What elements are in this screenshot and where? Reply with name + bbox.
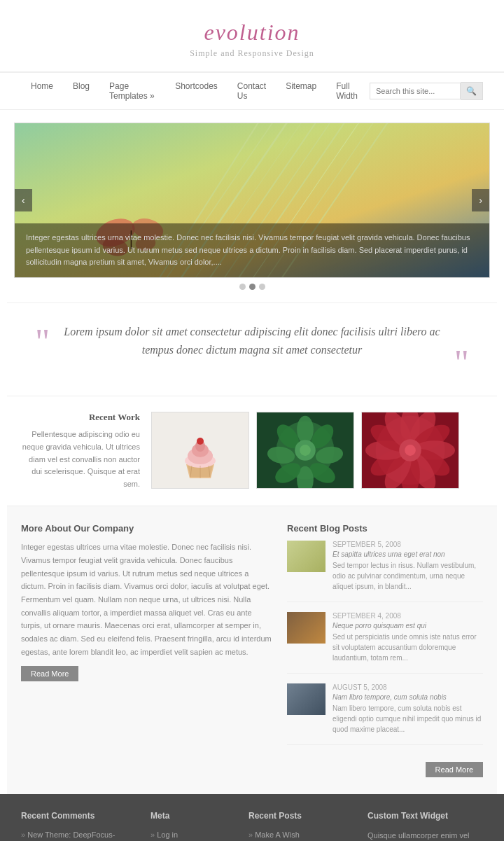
slider-next-button[interactable]: › xyxy=(472,189,489,211)
blog-post-3-title: Nam libro tempore, cum soluta nobis xyxy=(332,693,483,701)
blog-post-2-date: SEPTEMBER 4, 2008 xyxy=(332,612,483,620)
footer-recent-posts: Recent Posts Make A Wish The Morning Dew… xyxy=(248,811,354,841)
site-tagline: Simple and Responsive Design xyxy=(0,48,504,59)
blog-section: Recent Blog Posts SEPTEMBER 5, 2008 Et s… xyxy=(287,523,483,777)
blog-post-1-date: SEPTEMBER 5, 2008 xyxy=(332,541,483,548)
recent-work-text: Recent Work Pellentesque adipiscing odio… xyxy=(21,412,140,490)
quote-text: Lorem ipsum dolor sit amet consectetur a… xyxy=(54,323,450,359)
main-nav: Home Blog Page Templates » Shortcodes Co… xyxy=(0,72,504,110)
about-title: More About Our Company xyxy=(21,523,273,534)
blog-title: Recent Blog Posts xyxy=(287,523,483,534)
nav-item-sitemap[interactable]: Sitemap xyxy=(276,73,326,109)
recent-work-image-1[interactable] xyxy=(151,412,249,489)
nav-item-fullwidth[interactable]: Full Width xyxy=(326,73,370,109)
footer-recent-comments: Recent Comments New Theme: DeepFocus-Ele… xyxy=(21,811,136,841)
slider-dot-3[interactable] xyxy=(259,284,265,290)
footer-widget-title: Custom Text Widget xyxy=(368,811,483,821)
blog-post-2-title: Neque porro quisquam est qui xyxy=(332,622,483,630)
nav-item-templates[interactable]: Page Templates » xyxy=(99,73,165,109)
svg-point-54 xyxy=(405,445,416,457)
blog-post-2-content: SEPTEMBER 4, 2008 Neque porro quisquam e… xyxy=(332,612,483,663)
recent-work-section: Recent Work Pellentesque adipiscing odio… xyxy=(7,396,497,506)
slider-dots xyxy=(14,284,490,290)
quote-open-mark: " xyxy=(35,330,50,355)
search-input[interactable] xyxy=(370,83,461,99)
search-button[interactable]: 🔍 xyxy=(461,82,483,100)
blog-read-more-button[interactable]: Read More xyxy=(426,762,483,777)
slider-dot-2[interactable] xyxy=(249,284,255,290)
footer-widget-text: Quisque ullamcorper enim vel tellus rhon… xyxy=(368,829,483,841)
search-form: 🔍 xyxy=(370,82,483,100)
nav-item-contact[interactable]: Contact Us xyxy=(227,73,276,109)
svg-point-38 xyxy=(300,445,311,457)
recent-work-title: Recent Work xyxy=(21,412,140,423)
footer-comments-list: New Theme: DeepFocus-Elegant Themes Blog… xyxy=(21,829,136,841)
about-read-more-button[interactable]: Read More xyxy=(21,666,78,681)
nav-item-blog[interactable]: Blog xyxy=(63,73,99,109)
footer-meta-list: Log in Entries RSS Comments RSS WordPres… xyxy=(150,829,234,841)
blog-read-more-wrapper: Read More xyxy=(287,755,483,777)
footer-posts-title: Recent Posts xyxy=(248,811,354,821)
quote-section: " Lorem ipsum dolor sit amet consectetur… xyxy=(7,303,497,396)
two-column-section: More About Our Company Integer egestas u… xyxy=(7,506,497,794)
title-styled: olution xyxy=(227,20,300,45)
flower-art xyxy=(362,412,458,489)
blog-thumb-1 xyxy=(287,541,326,572)
slider-prev-button[interactable]: ‹ xyxy=(15,189,32,211)
footer-comments-title: Recent Comments xyxy=(21,811,136,821)
blog-post-3: AUGUST 5, 2008 Nam libro tempore, cum so… xyxy=(287,683,483,745)
footer-comment-1[interactable]: New Theme: DeepFocus-Elegant Themes Blog… xyxy=(21,829,136,841)
slider-dot-1[interactable] xyxy=(239,284,246,290)
blog-post-1-content: SEPTEMBER 5, 2008 Et sapitta ultrices ur… xyxy=(332,541,483,592)
nav-menu: Home Blog Page Templates » Shortcodes Co… xyxy=(21,73,370,109)
blog-post-3-date: AUGUST 5, 2008 xyxy=(332,683,483,691)
footer-meta: Meta Log in Entries RSS Comments RSS Wor… xyxy=(150,811,234,841)
blog-post-1: SEPTEMBER 5, 2008 Et sapitta ultrices ur… xyxy=(287,541,483,602)
svg-point-23 xyxy=(197,438,204,445)
footer-meta-login[interactable]: Log in xyxy=(150,829,234,841)
title-plain: ev xyxy=(204,20,226,45)
site-title: evolution xyxy=(0,20,504,46)
slider-section: Integer egestas ultrices urna vitae mole… xyxy=(7,123,497,290)
blog-post-1-snippet: Sed tempor lectus in risus. Nullam vesti… xyxy=(332,560,483,592)
svg-point-29 xyxy=(297,416,314,443)
blog-thumb-2 xyxy=(287,612,326,644)
footer-posts-list: Make A Wish The Morning Dew Purple Haze … xyxy=(248,829,354,841)
recent-work-description: Pellentesque adipiscing odio eu neque gr… xyxy=(21,429,140,490)
recent-work-image-3[interactable] xyxy=(361,412,459,489)
quote-close-mark: " xyxy=(454,351,469,376)
slider-image: Integer egestas ultrices urna vitae mole… xyxy=(15,123,489,277)
about-section: More About Our Company Integer egestas u… xyxy=(21,523,273,777)
blog-post-2-snippet: Sed ut perspiciatis unde omnis iste natu… xyxy=(332,632,483,663)
about-body: Integer egestas ultrices urna vitae mole… xyxy=(21,541,273,658)
blog-post-3-snippet: Nam libero tempore, cum soluta nobis est… xyxy=(332,703,483,735)
site-header: evolution Simple and Responsive Design xyxy=(0,0,504,72)
slider-container: Integer egestas ultrices urna vitae mole… xyxy=(14,123,490,278)
slider-caption: Integer egestas ultrices urna vitae mole… xyxy=(26,232,478,269)
footer-meta-title: Meta xyxy=(150,811,234,821)
footer-custom-widget: Custom Text Widget Quisque ullamcorper e… xyxy=(368,811,483,841)
footer-post-1[interactable]: Make A Wish xyxy=(248,829,354,841)
cupcake-art xyxy=(165,415,235,485)
site-footer: Recent Comments New Theme: DeepFocus-Ele… xyxy=(0,794,504,841)
slider-overlay: Integer egestas ultrices urna vitae mole… xyxy=(15,223,489,277)
cactus-art xyxy=(257,412,354,489)
blog-thumb-3 xyxy=(287,683,326,715)
blog-post-1-title: Et sapitta ultrices urna eget erat non xyxy=(332,550,483,558)
nav-item-home[interactable]: Home xyxy=(21,73,63,109)
blog-post-3-content: AUGUST 5, 2008 Nam libro tempore, cum so… xyxy=(332,683,483,735)
blog-post-2: SEPTEMBER 4, 2008 Neque porro quisquam e… xyxy=(287,612,483,674)
recent-work-images xyxy=(151,412,483,489)
footer-inner: Recent Comments New Theme: DeepFocus-Ele… xyxy=(7,811,497,841)
recent-work-image-2[interactable] xyxy=(256,412,354,489)
nav-item-shortcodes[interactable]: Shortcodes xyxy=(165,73,227,109)
